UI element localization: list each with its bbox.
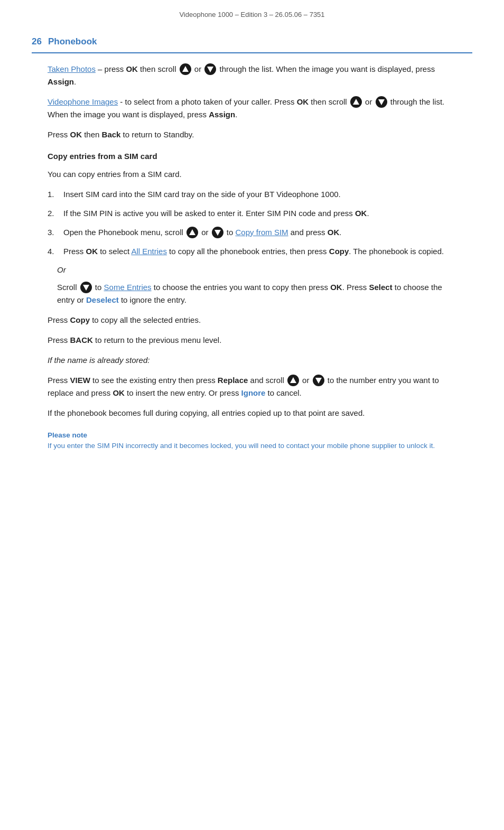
copy-entries-title: Copy entries from a SIM card <box>48 151 456 163</box>
scroll-up-icon-2 <box>350 96 362 108</box>
scroll-down-icon-4 <box>80 282 92 293</box>
view-ignore: Ignore <box>241 388 266 397</box>
some-entries-link[interactable]: Some Entries <box>104 283 152 292</box>
list-content-2: If the SIM PIN is active you will be ask… <box>63 207 456 220</box>
scroll-down-icon-5 <box>313 375 324 386</box>
return-standby-text: to return to Standby. <box>120 130 194 139</box>
scroll-deselect: Deselect <box>86 295 119 304</box>
scroll-up-icon-3 <box>186 227 198 238</box>
view-bold: VIEW <box>70 376 90 385</box>
scroll-text3: to choose the entries you want to copy t… <box>152 283 331 292</box>
section-divider <box>32 52 472 53</box>
taken-photos-paragraph: Taken Photos – press OK then scroll or t… <box>48 63 456 88</box>
videophone-images-text2: then scroll <box>309 97 349 106</box>
scroll-text6: to ignore the entry. <box>119 295 186 304</box>
view-ok: OK <box>113 388 125 397</box>
press-ok-back-paragraph: Press OK then Back to return to Standby. <box>48 128 456 141</box>
videophone-images-ok: OK <box>297 97 309 106</box>
all-entries-link[interactable]: All Entries <box>131 247 167 256</box>
scroll-text2: to <box>93 283 104 292</box>
press-copy-text1: Press <box>48 315 70 324</box>
taken-photos-ok: OK <box>126 64 138 73</box>
view-text1: Press <box>48 376 70 385</box>
press-copy-paragraph: Press Copy to copy all the selected entr… <box>48 314 456 327</box>
list2-text-before: If the SIM PIN is active you will be ask… <box>63 209 355 218</box>
scroll-select: Select <box>369 283 393 292</box>
list-item-2: 2. If the SIM PIN is active you will be … <box>48 207 456 220</box>
list-number-1: 1. <box>48 188 63 201</box>
list4-text3: . The phonebook is copied. <box>349 247 444 256</box>
scroll-down-icon-3 <box>212 227 223 238</box>
view-text2: to see the existing entry then press <box>90 376 218 385</box>
taken-photos-or-text: or <box>192 64 204 73</box>
view-text6: to cancel. <box>265 388 301 397</box>
videophone-images-link[interactable]: Videophone Images <box>48 97 118 106</box>
list3-text-before: Open the Phonebook menu, scroll <box>63 228 185 237</box>
scroll-ok: OK <box>330 283 342 292</box>
back-label: Back <box>102 130 121 139</box>
press-ok-text: Press <box>48 130 70 139</box>
list4-text-before: Press <box>63 247 86 256</box>
list4-copy: Copy <box>329 247 349 256</box>
copy-from-sim-link[interactable]: Copy from SIM <box>236 228 288 237</box>
scroll-down-icon-1 <box>204 63 216 75</box>
list-number-4: 4. <box>48 245 63 258</box>
taken-photos-text4: through the list. When the image you wan… <box>217 64 435 73</box>
list3-text-end: . <box>339 228 341 237</box>
header-text: Videophone 1000 – Edition 3 – 26.05.06 –… <box>179 11 324 18</box>
list-content-1: Insert SIM card into the SIM card tray o… <box>63 188 456 201</box>
list2-text-after: . <box>367 209 369 218</box>
press-back-paragraph: Press BACK to return to the previous men… <box>48 334 456 347</box>
copy-intro: You can copy entries from a SIM card. <box>48 168 456 181</box>
list-item-3: 3. Open the Phonebook menu, scroll or to… <box>48 226 456 239</box>
list4-text2: to copy all the phonebook entries, then … <box>167 247 329 256</box>
list3-text-middle: to <box>225 228 236 237</box>
taken-photos-text5: . <box>74 77 76 86</box>
press-back-text1: Press <box>48 335 70 344</box>
list-content-3: Open the Phonebook menu, scroll or to Co… <box>63 226 456 239</box>
scroll-text1: Scroll <box>57 283 79 292</box>
taken-photos-assign: Assign <box>48 77 74 86</box>
list4-ok: OK <box>86 247 98 256</box>
list2-ok: OK <box>355 209 367 218</box>
taken-photos-text1: – press <box>96 64 126 73</box>
or-block: Or Scroll to Some Entries to choose the … <box>48 264 456 307</box>
scroll-up-icon-1 <box>180 63 191 75</box>
scroll-down-icon-2 <box>376 96 387 108</box>
list-number-3: 3. <box>48 226 63 239</box>
videophone-images-paragraph: Videophone Images - to select from a pho… <box>48 96 456 121</box>
section-number: 26 <box>32 35 42 49</box>
list3-or-middle: or <box>199 228 211 237</box>
list3-text-after: and press <box>288 228 328 237</box>
ok-label: OK <box>70 130 82 139</box>
page-header: Videophone 1000 – Edition 3 – 26.05.06 –… <box>0 0 504 25</box>
note-section: Please note If you enter the SIM PIN inc… <box>48 429 456 452</box>
list1-text: Insert SIM card into the SIM card tray o… <box>63 190 341 199</box>
list-number-2: 2. <box>48 207 63 220</box>
view-text3: and scroll <box>248 376 286 385</box>
press-copy-text2: to copy all the selected entries. <box>90 315 201 324</box>
list3-ok: OK <box>328 228 340 237</box>
list-item-1: 1. Insert SIM card into the SIM card tra… <box>48 188 456 201</box>
videophone-images-assign: Assign <box>209 110 235 119</box>
list-item-4: 4. Press OK to select All Entries to cop… <box>48 245 456 258</box>
phonebook-full-paragraph: If the phonebook becomes full during cop… <box>48 407 456 419</box>
or-label: Or <box>57 264 456 276</box>
scroll-text4: . Press <box>342 283 369 292</box>
videophone-images-text4: . <box>235 110 237 119</box>
view-text5: to insert the new entry. Or press <box>125 388 241 397</box>
list-content-4: Press OK to select All Entries to copy a… <box>63 245 456 258</box>
list4-text1: to select <box>98 247 131 256</box>
videophone-images-text1: - to select from a photo taken of your c… <box>118 97 297 106</box>
taken-photos-link[interactable]: Taken Photos <box>48 64 96 73</box>
press-back-bold: BACK <box>70 335 93 344</box>
view-or: or <box>300 376 312 385</box>
press-back-text2: to return to the previous menu level. <box>93 335 221 344</box>
section-title: Phonebook <box>48 35 97 49</box>
please-note-text: If you enter the SIM PIN incorrectly and… <box>48 441 456 451</box>
then-back-text: then <box>82 130 102 139</box>
taken-photos-text2: then scroll <box>138 64 179 73</box>
press-copy-bold: Copy <box>70 315 90 324</box>
scroll-up-icon-5 <box>287 375 299 386</box>
please-note-label: Please note <box>48 430 456 441</box>
